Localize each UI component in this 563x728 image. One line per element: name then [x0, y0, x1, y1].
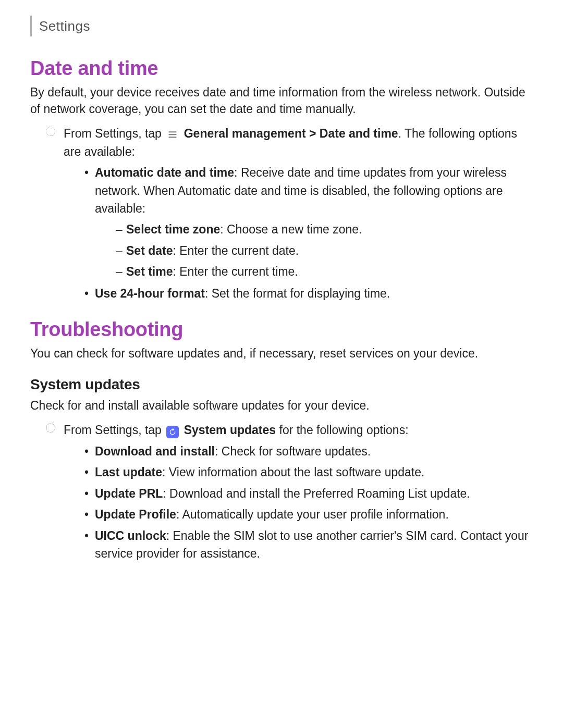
list-item: Select time zone: Choose a new time zone…: [116, 220, 533, 239]
intro-system-updates: Check for and install available software…: [30, 397, 533, 414]
svg-rect-1: [169, 134, 177, 135]
bullet-label: Update PRL: [95, 487, 163, 500]
step-text-bold: General management > Date and time: [184, 127, 398, 140]
system-updates-icon: [166, 426, 179, 438]
header-label: Settings: [39, 18, 90, 34]
step-marker-icon: [46, 127, 55, 136]
heading-date-and-time: Date and time: [30, 57, 533, 80]
bullet-text: : Choose a new time zone.: [220, 223, 362, 236]
step-text-suffix: for the following options:: [276, 423, 408, 437]
list-item: Update PRL: Download and install the Pre…: [82, 485, 533, 503]
step-text-prefix: From Settings, tap: [64, 423, 165, 437]
heading-system-updates: System updates: [30, 376, 533, 393]
bullet-label: Select time zone: [126, 223, 220, 236]
bullet-text: : Set the format for displaying time.: [205, 287, 390, 300]
bullet-label: Use 24-hour format: [95, 287, 205, 300]
bullet-label: Set date: [126, 244, 173, 257]
bullet-label: UICC unlock: [95, 529, 166, 542]
list-item: Download and install: Check for software…: [82, 442, 533, 461]
intro-date-and-time: By default, your device receives date an…: [30, 84, 533, 117]
intro-troubleshooting: You can check for software updates and, …: [30, 345, 533, 362]
step-system-updates: From Settings, tap System updates for th…: [46, 421, 533, 439]
bullet-text: : Download and install the Preferred Roa…: [163, 487, 470, 500]
bullet-text: : Check for software updates.: [215, 445, 371, 458]
svg-rect-0: [169, 132, 177, 133]
svg-rect-2: [169, 137, 177, 138]
step-text-prefix: From Settings, tap: [64, 127, 165, 140]
bullet-label: Last update: [95, 465, 162, 479]
list-item: Use 24-hour format: Set the format for d…: [82, 285, 533, 303]
bullet-label: Set time: [126, 265, 173, 278]
bullet-text: : Enter the current time.: [173, 265, 298, 278]
page-header: Settings: [30, 16, 533, 36]
bullet-label: Download and install: [95, 445, 215, 458]
list-item: Automatic date and time: Receive date an…: [82, 164, 533, 281]
general-management-icon: [166, 128, 179, 141]
bullet-label: Update Profile: [95, 508, 176, 521]
list-item: Set time: Enter the current time.: [116, 262, 533, 281]
list-item: UICC unlock: Enable the SIM slot to use …: [82, 527, 533, 563]
bullet-label: Automatic date and time: [95, 166, 234, 179]
list-item: Set date: Enter the current date.: [116, 241, 533, 261]
step-marker-icon: [46, 423, 55, 433]
header-rule: [30, 16, 32, 36]
step-date-and-time: From Settings, tap General management > …: [46, 125, 533, 161]
bullet-text: : Enter the current date.: [173, 244, 299, 257]
step-text-bold: System updates: [184, 423, 276, 437]
bullet-text: : Automatically update your user profile…: [176, 508, 449, 521]
heading-troubleshooting: Troubleshooting: [30, 318, 533, 341]
list-item: Update Profile: Automatically update you…: [82, 505, 533, 524]
list-item: Last update: View information about the …: [82, 463, 533, 482]
bullet-text: : View information about the last softwa…: [162, 465, 424, 479]
